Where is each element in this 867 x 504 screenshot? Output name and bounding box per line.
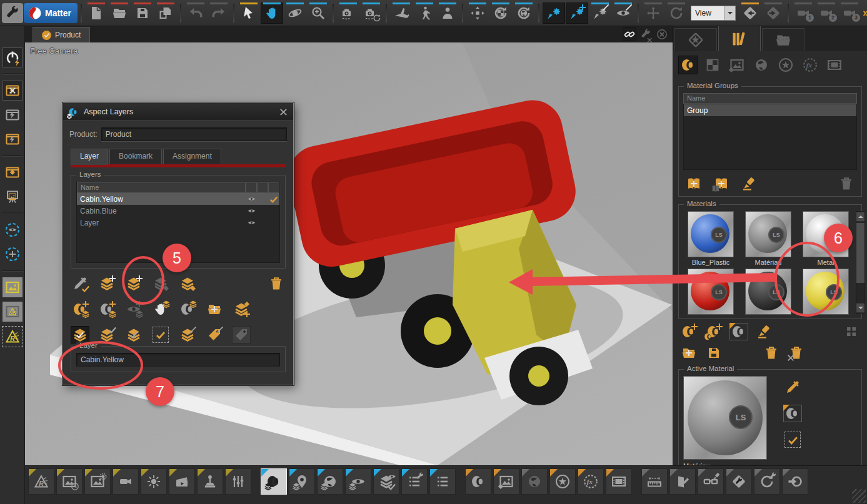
duplicate-group-button[interactable] (712, 175, 731, 192)
add-layer-button[interactable] (98, 275, 116, 292)
delete-material-button[interactable] (762, 344, 781, 362)
visibility-eye-icon[interactable] (248, 195, 256, 203)
add-default-material-to-layer-button[interactable] (98, 300, 116, 318)
previous-view-button[interactable] (739, 2, 761, 24)
environment-variants-button[interactable] (317, 468, 343, 495)
fly-mode-button[interactable] (390, 2, 413, 24)
merge-layers-button[interactable] (178, 275, 197, 292)
edit-material-button[interactable] (754, 323, 773, 340)
clipping-plane-button[interactable] (669, 468, 696, 495)
category-images-button[interactable] (727, 56, 747, 74)
extract-layer-button[interactable] (151, 275, 170, 292)
set-default-active-button[interactable] (783, 405, 802, 422)
group-layers-button[interactable] (232, 300, 251, 318)
category-materials-button[interactable] (678, 56, 698, 74)
add-target-button[interactable] (3, 244, 23, 264)
configuration-wizard-button[interactable] (401, 468, 428, 495)
active-check-icon[interactable] (269, 195, 278, 204)
new-material-button[interactable] (679, 323, 698, 340)
stereo-view-button[interactable] (698, 468, 724, 495)
add-material-to-layer-button[interactable] (71, 300, 89, 318)
region-render-button[interactable] (3, 162, 23, 182)
groups-name-header[interactable]: Name (683, 93, 857, 104)
lighting-button[interactable] (141, 468, 167, 495)
presentation-button[interactable] (3, 187, 23, 207)
render-power-button[interactable] (3, 47, 23, 67)
window-raytrace-button[interactable] (3, 129, 23, 149)
tag-button[interactable] (232, 326, 251, 343)
person-view-button[interactable] (436, 2, 459, 24)
tab-library[interactable] (718, 26, 761, 51)
camera-slot-3-button[interactable]: 3 (838, 2, 861, 24)
material-yellow[interactable]: LS (798, 269, 853, 315)
category-animations-button[interactable] (824, 56, 844, 74)
settings-wrench-button[interactable] (2, 3, 23, 23)
visibility-variants-button[interactable] (345, 468, 371, 495)
window-render-button[interactable] (3, 105, 23, 125)
layer-row-cabin-blue[interactable]: Cabin.Blue (77, 205, 279, 217)
matter-app-button[interactable]: Matter (24, 3, 78, 23)
next-view-button[interactable] (762, 2, 784, 24)
camera-slot-1-button[interactable]: 1 (792, 2, 814, 24)
visibility-eye-icon[interactable] (248, 207, 256, 215)
render-settings-button[interactable]: R (28, 468, 54, 495)
unlink-tags-button[interactable] (205, 326, 224, 343)
material-red[interactable]: LS (683, 269, 738, 315)
pick-geometry-mode-button[interactable] (566, 2, 588, 24)
category-effects-button[interactable] (776, 56, 796, 74)
layer-name-field[interactable]: Cabin.Yellow (76, 353, 280, 367)
active-column-header[interactable] (268, 182, 279, 193)
rename-group-button[interactable] (739, 175, 758, 192)
pick-material-mode-button[interactable] (543, 2, 565, 24)
unlink-layers-button[interactable] (178, 326, 197, 343)
link-views-button[interactable] (623, 27, 636, 41)
tab-layer[interactable]: Layer (71, 149, 108, 165)
tab-product[interactable]: Product (33, 27, 90, 42)
pick-disable-button[interactable] (589, 2, 611, 24)
close-view-button[interactable] (655, 27, 669, 41)
default-material-button[interactable] (729, 323, 748, 340)
add-visibility-to-layer-button[interactable] (124, 300, 143, 318)
duplicate-material-button[interactable] (704, 323, 723, 340)
camera-orbit-button[interactable] (337, 2, 359, 24)
toolbar-overflow-button[interactable]: » (863, 6, 867, 19)
new-file-button[interactable] (85, 2, 108, 24)
resize-grip[interactable] (852, 489, 866, 503)
dropdown-arrow-icon[interactable] (724, 6, 735, 20)
product-field[interactable]: Product (101, 127, 287, 141)
category-environments-button[interactable] (751, 56, 771, 74)
layer-row-layer[interactable]: Layer (77, 217, 279, 229)
configuration-list-button[interactable] (429, 468, 456, 495)
tab-file-library[interactable] (762, 28, 804, 51)
visibility-eye-icon[interactable] (248, 219, 256, 227)
orbit-tool-button[interactable] (284, 2, 306, 24)
pick-active-material-button[interactable] (783, 378, 802, 396)
aspect-layers-button[interactable] (261, 468, 287, 495)
material-materiau[interactable]: LS Matériau (741, 211, 796, 267)
pick-assign-layer-button[interactable] (71, 275, 89, 292)
assign-selection-to-layer-button[interactable] (151, 300, 170, 318)
layer-row-cabin-yellow[interactable]: Cabin.Yellow (77, 193, 279, 205)
active-material-thumbnail[interactable]: LS (683, 376, 767, 460)
move-manipulator-button[interactable] (642, 2, 664, 24)
undo-button[interactable] (184, 2, 207, 24)
tab-scene-library[interactable] (674, 28, 717, 51)
render-queue-button[interactable] (56, 468, 83, 495)
delete-group-button[interactable] (837, 175, 856, 192)
delete-layer-button[interactable] (267, 275, 286, 292)
scroll-up-arrow[interactable] (856, 212, 864, 221)
turntable-tools-button[interactable] (754, 468, 780, 495)
scene-tools-button[interactable] (726, 468, 752, 495)
hide-picked-button[interactable] (612, 2, 634, 24)
fx-editor-button[interactable]: fx (578, 468, 604, 495)
scrollbar-thumb[interactable] (856, 223, 864, 283)
film-editor-button[interactable] (606, 468, 632, 495)
cameras-button[interactable] (113, 468, 139, 495)
import-materials-button[interactable] (679, 344, 698, 362)
visibility-column-header[interactable] (246, 182, 257, 193)
adjustments-button[interactable] (225, 468, 251, 495)
select-layer-content-button[interactable] (151, 326, 170, 343)
material-metal[interactable]: LS Metal (798, 211, 853, 267)
translate-object-button[interactable] (466, 2, 489, 24)
render-region-button[interactable]: R (2, 326, 23, 347)
